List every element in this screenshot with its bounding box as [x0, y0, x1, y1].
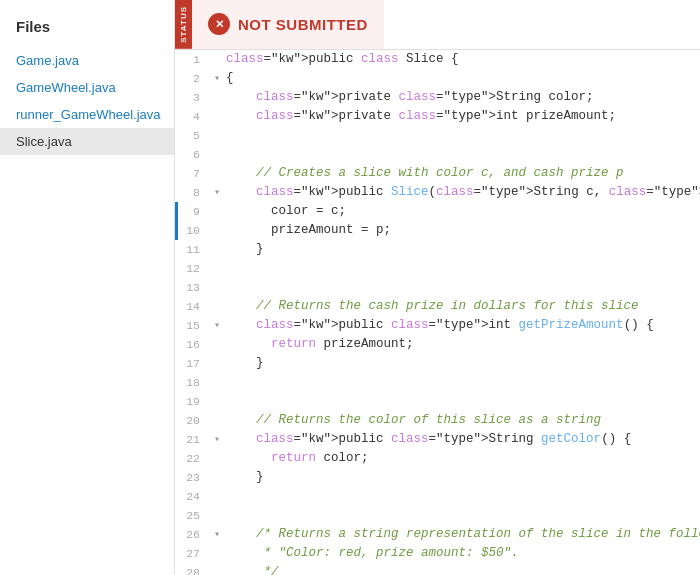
fold-arrow — [210, 278, 224, 297]
fold-arrow — [210, 88, 224, 107]
line-number: 23 — [178, 468, 210, 487]
fold-arrow — [210, 126, 224, 145]
table-row: 13 — [175, 278, 700, 297]
line-number: 28 — [178, 563, 210, 575]
code-line-content — [224, 373, 700, 392]
fold-arrow[interactable]: ▾ — [210, 183, 224, 202]
line-number: 4 — [178, 107, 210, 126]
code-line-content: * "Color: red, prize amount: $50". — [224, 544, 700, 563]
code-line-content: color = c; — [224, 202, 700, 221]
sidebar-title: Files — [0, 10, 174, 47]
code-line-content: */ — [224, 563, 700, 575]
sidebar-item-slice-java[interactable]: Slice.java — [0, 128, 174, 155]
code-line-content: return color; — [224, 449, 700, 468]
line-number: 15 — [178, 316, 210, 335]
table-row: 14 // Returns the cash prize in dollars … — [175, 297, 700, 316]
code-line-content — [224, 278, 700, 297]
line-number: 11 — [178, 240, 210, 259]
code-line-content: } — [224, 468, 700, 487]
sidebar-item-game-java[interactable]: Game.java — [0, 47, 174, 74]
table-row: 17 } — [175, 354, 700, 373]
table-row: 4 class="kw">private class="type">int pr… — [175, 107, 700, 126]
status-sidebar-label: STATUS — [175, 0, 192, 49]
x-circle-icon — [208, 13, 230, 35]
code-line-content: class="kw">public Slice(class="type">Str… — [224, 183, 700, 202]
code-line-content — [224, 506, 700, 525]
code-line-content — [224, 126, 700, 145]
fold-arrow[interactable]: ▾ — [210, 69, 224, 88]
fold-arrow — [210, 259, 224, 278]
line-number: 16 — [178, 335, 210, 354]
table-row: 7 // Creates a slice with color c, and c… — [175, 164, 700, 183]
fold-arrow — [210, 544, 224, 563]
status-text: NOT SUBMITTED — [238, 16, 368, 33]
fold-arrow — [210, 392, 224, 411]
fold-arrow — [210, 297, 224, 316]
table-row: 5 — [175, 126, 700, 145]
table-row: 8▾ class="kw">public Slice(class="type">… — [175, 183, 700, 202]
table-row: 15▾ class="kw">public class="type">int g… — [175, 316, 700, 335]
table-row: 12 — [175, 259, 700, 278]
table-row: 3 class="kw">private class="type">String… — [175, 88, 700, 107]
line-number: 25 — [178, 506, 210, 525]
line-number: 2 — [178, 69, 210, 88]
sidebar-item-runner-gamewheel-java[interactable]: runner_GameWheel.java — [0, 101, 174, 128]
code-line-content: { — [224, 69, 700, 88]
fold-arrow[interactable]: ▾ — [210, 316, 224, 335]
code-line-content — [224, 259, 700, 278]
fold-arrow — [210, 145, 224, 164]
line-number: 17 — [178, 354, 210, 373]
line-number: 20 — [178, 411, 210, 430]
code-line-content: // Returns the cash prize in dollars for… — [224, 297, 700, 316]
line-number: 21 — [178, 430, 210, 449]
table-row: 19 — [175, 392, 700, 411]
fold-arrow[interactable]: ▾ — [210, 430, 224, 449]
table-row: 24 — [175, 487, 700, 506]
status-badge-area: NOT SUBMITTED — [192, 0, 384, 49]
table-row: 27 * "Color: red, prize amount: $50". — [175, 544, 700, 563]
table-row: 23 } — [175, 468, 700, 487]
line-number: 9 — [178, 202, 210, 221]
table-row: 6 — [175, 145, 700, 164]
line-number: 8 — [178, 183, 210, 202]
code-editor[interactable]: 1class="kw">public class Slice {2▾{3 cla… — [175, 50, 700, 575]
code-line-content: } — [224, 354, 700, 373]
table-row: 20 // Returns the color of this slice as… — [175, 411, 700, 430]
line-number: 26 — [178, 525, 210, 544]
line-number: 19 — [178, 392, 210, 411]
fold-arrow — [210, 468, 224, 487]
fold-arrow — [210, 221, 224, 240]
table-row: 10 prizeAmount = p; — [175, 221, 700, 240]
fold-arrow — [210, 50, 224, 69]
code-line-content: // Returns the color of this slice as a … — [224, 411, 700, 430]
code-line-content: return prizeAmount; — [224, 335, 700, 354]
line-number: 22 — [178, 449, 210, 468]
line-number: 12 — [178, 259, 210, 278]
code-line-content — [224, 392, 700, 411]
table-row: 28 */ — [175, 563, 700, 575]
table-row: 22 return color; — [175, 449, 700, 468]
line-number: 6 — [178, 145, 210, 164]
line-number: 27 — [178, 544, 210, 563]
table-row: 16 return prizeAmount; — [175, 335, 700, 354]
fold-arrow — [210, 107, 224, 126]
line-number: 1 — [178, 50, 210, 69]
table-row: 2▾{ — [175, 69, 700, 88]
line-number: 3 — [178, 88, 210, 107]
code-line-content: } — [224, 240, 700, 259]
sidebar-item-gamewheel-java[interactable]: GameWheel.java — [0, 74, 174, 101]
line-number: 7 — [178, 164, 210, 183]
status-bar: STATUS NOT SUBMITTED — [175, 0, 700, 50]
code-line-content: prizeAmount = p; — [224, 221, 700, 240]
table-row: 18 — [175, 373, 700, 392]
code-line-content: /* Returns a string representation of th… — [224, 525, 700, 544]
code-line-content: // Creates a slice with color c, and cas… — [224, 164, 700, 183]
main-content: STATUS NOT SUBMITTED 1class="kw">public … — [175, 0, 700, 575]
fold-arrow — [210, 487, 224, 506]
table-row: 1class="kw">public class Slice { — [175, 50, 700, 69]
fold-arrow[interactable]: ▾ — [210, 525, 224, 544]
fold-arrow — [210, 411, 224, 430]
code-line-content: class="kw">private class="type">int priz… — [224, 107, 700, 126]
code-line-content: class="kw">private class="type">String c… — [224, 88, 700, 107]
fold-arrow — [210, 164, 224, 183]
